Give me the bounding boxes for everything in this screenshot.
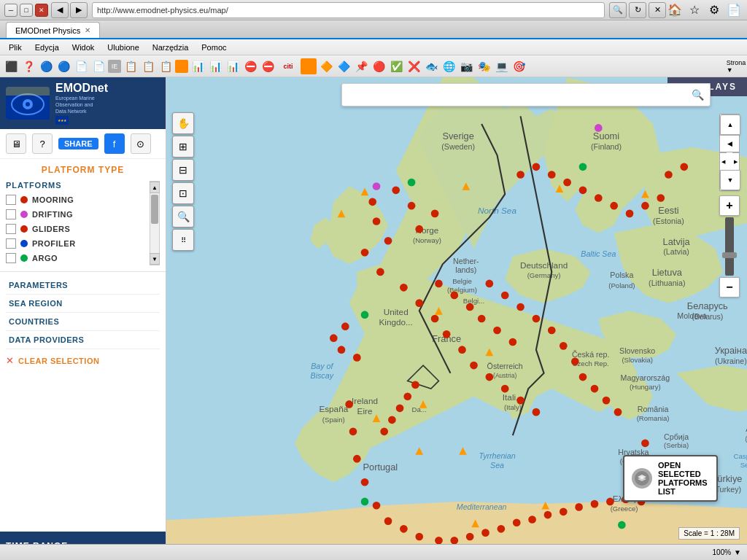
zoom-in-tool-button[interactable]: ⊞ — [172, 136, 194, 158]
monitor-icon-button[interactable]: 🖥 — [6, 133, 26, 154]
toolbar-btn-11[interactable] — [175, 60, 188, 73]
drifting-checkbox[interactable] — [6, 209, 16, 219]
toolbar-btn-20[interactable]: 🔴 — [371, 58, 387, 74]
filter-tool-button[interactable]: 🔍 — [172, 206, 194, 228]
svg-point-78 — [392, 186, 400, 194]
toolbar-btn-21[interactable]: ✅ — [388, 58, 404, 74]
toolbar-btn-22[interactable]: ❌ — [406, 58, 422, 74]
zoom-dropdown-icon[interactable]: ▼ — [734, 548, 741, 556]
map-search-input[interactable] — [348, 90, 692, 101]
close-button[interactable]: ✕ — [35, 4, 48, 17]
search-icon[interactable]: 🔍 — [692, 89, 704, 101]
toolbar-btn-12[interactable]: 📊 — [190, 58, 206, 74]
divider-1 — [0, 271, 166, 272]
toolbar-btn-5[interactable]: 📄 — [73, 58, 89, 74]
toolbar-btn-citi[interactable]: citi — [277, 58, 299, 74]
toolbar-btn-3[interactable]: 🔵 — [38, 58, 54, 74]
menu-edycja[interactable]: Edycja — [29, 42, 65, 53]
share-button[interactable]: SHARE — [58, 138, 98, 149]
platform-argo: ARGO — [6, 251, 150, 265]
scroll-down-button[interactable]: ▼ — [150, 253, 160, 265]
svg-point-117 — [579, 186, 587, 194]
map-background[interactable]: Sverige (Sweden) Suomi (Finland) Norge (… — [166, 77, 747, 560]
toolbar-btn-25[interactable]: 📷 — [458, 58, 474, 74]
stop-button[interactable]: ✕ — [649, 2, 666, 18]
toolbar-btn-26[interactable]: 🎭 — [476, 58, 492, 74]
select-tool-button[interactable]: ⊡ — [172, 182, 194, 204]
argo-checkbox[interactable] — [6, 253, 16, 263]
toolbar-btn-16[interactable]: ⛔ — [260, 58, 276, 74]
data-providers-item[interactable]: DATA PROVIDERS — [6, 331, 160, 349]
home-button[interactable]: 🏠 — [666, 2, 684, 18]
pan-up-button[interactable]: ▲ — [720, 114, 740, 135]
zoom-out-button[interactable]: − — [719, 277, 740, 298]
toolbar-btn-6[interactable]: 📄 — [90, 58, 107, 74]
toolbar-btn-8[interactable]: 📋 — [123, 58, 139, 74]
pan-tool-button[interactable]: ✋ — [172, 112, 194, 134]
help-icon-button[interactable]: ? — [32, 133, 53, 154]
zoom-out-tool-button[interactable]: ⊟ — [172, 159, 194, 181]
toolbar-btn-18[interactable]: 🔷 — [336, 58, 352, 74]
menu-pomoc[interactable]: Pomoc — [196, 42, 232, 53]
address-bar[interactable]: http://www.emodnet-physics.eu/map/ — [92, 2, 605, 18]
toolbar-btn-9[interactable]: 📋 — [140, 58, 156, 74]
zoom-in-button[interactable]: + — [719, 195, 740, 216]
toolbar-btn-2[interactable]: ❓ — [20, 58, 36, 74]
countries-item[interactable]: COUNTRIES — [6, 313, 160, 331]
toolbar-btn-19[interactable]: 📌 — [353, 58, 369, 74]
platforms-scrollbar[interactable]: ▲ ▼ — [150, 181, 160, 265]
refresh-button[interactable]: ↻ — [629, 2, 646, 18]
toolbar-btn-10[interactable]: 📋 — [158, 58, 174, 74]
svg-point-94 — [516, 397, 525, 405]
tools-button[interactable]: ⚙ — [705, 2, 723, 18]
toolbar-btn-13[interactable]: 📊 — [207, 58, 223, 74]
sea-region-item[interactable]: SEA REGION — [6, 295, 160, 313]
toolbar-btn-24[interactable]: 🌐 — [441, 58, 457, 74]
zoom-slider[interactable] — [725, 217, 734, 276]
toolbar-btn-7[interactable]: IE — [108, 60, 121, 73]
tab-close-button[interactable]: ✕ — [85, 26, 90, 34]
toolbar-btn-page[interactable]: Strona ▼ — [728, 58, 744, 74]
toolbar-btn-17[interactable]: 🔶 — [318, 58, 334, 74]
scroll-thumb[interactable] — [151, 195, 158, 224]
toolbar-btn-4[interactable]: 🔵 — [55, 58, 71, 74]
toolbar-btn-27[interactable]: 💻 — [493, 58, 509, 74]
menu-plik[interactable]: Plik — [3, 42, 28, 53]
toolbar-btn-14[interactable]: 📊 — [225, 58, 241, 74]
active-tab[interactable]: EMODnet Physics ✕ — [6, 22, 100, 38]
favorites-button[interactable]: ☆ — [686, 2, 703, 18]
menu-ulubione[interactable]: Ulubione — [101, 42, 144, 53]
clear-selection-button[interactable]: ✕ CLEAR SELECTION — [0, 351, 166, 370]
forward-button[interactable]: ▶ — [70, 2, 88, 18]
toolbar-btn-orange[interactable] — [301, 58, 317, 74]
pan-right2-button[interactable]: ▶ — [732, 152, 739, 170]
minimize-button[interactable]: ─ — [4, 4, 18, 17]
scroll-up-button[interactable]: ▲ — [150, 182, 160, 193]
toolbar-btn-1[interactable]: ⬛ — [3, 58, 19, 74]
pan-left-button[interactable]: ◀ — [720, 135, 739, 152]
restore-button[interactable]: □ — [20, 4, 33, 17]
pan-left2-button[interactable]: ◀ — [720, 152, 727, 170]
toolbar-btn-15[interactable]: ⛔ — [242, 58, 258, 74]
map-container[interactable]: Sverige (Sweden) Suomi (Finland) Norge (… — [166, 77, 747, 560]
mooring-checkbox[interactable] — [6, 195, 16, 205]
svg-text:Bay of: Bay of — [311, 362, 333, 370]
profiler-checkbox[interactable] — [6, 238, 16, 249]
search-button[interactable]: 🔍 — [609, 2, 627, 18]
share-circle-button[interactable]: ⊙ — [131, 133, 151, 154]
page-button[interactable]: 📄 — [725, 2, 743, 18]
cluster-tool-button[interactable]: ⠿ — [172, 229, 194, 251]
menu-narzedzia[interactable]: Narzędzia — [147, 42, 195, 53]
open-platforms-button[interactable]: OPEN SELECTED PLATFORMS LIST — [623, 455, 718, 502]
toolbar-btn-23[interactable]: 🐟 — [423, 58, 439, 74]
menu-widok[interactable]: Widok — [66, 42, 101, 53]
gliders-checkbox[interactable] — [6, 224, 16, 234]
facebook-button[interactable]: f — [104, 133, 125, 154]
parameters-item[interactable]: PARAMETERS — [6, 276, 160, 295]
back-button[interactable]: ◀ — [51, 2, 69, 18]
svg-text:Suomi: Suomi — [593, 131, 619, 141]
map-search-bar[interactable]: 🔍 — [341, 83, 711, 106]
zoom-slider-handle[interactable] — [722, 252, 737, 258]
toolbar-btn-28[interactable]: 🎯 — [511, 58, 527, 74]
pan-down-button[interactable]: ▼ — [720, 170, 740, 190]
